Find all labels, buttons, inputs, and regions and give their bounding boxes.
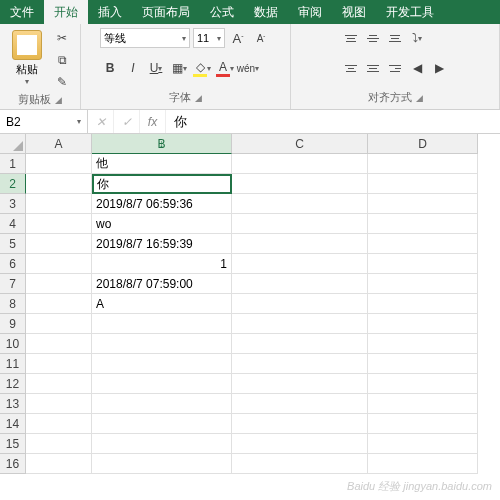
row-header-3[interactable]: 3 <box>0 194 26 214</box>
underline-button[interactable]: U▾ <box>146 58 166 78</box>
cell-C10[interactable] <box>232 334 368 354</box>
row-header-2[interactable]: 2 <box>0 174 26 194</box>
cell-D11[interactable] <box>368 354 478 374</box>
row-header-15[interactable]: 15 <box>0 434 26 454</box>
row-header-10[interactable]: 10 <box>0 334 26 354</box>
cell-B11[interactable] <box>92 354 232 374</box>
cell-A6[interactable] <box>26 254 92 274</box>
format-painter-button[interactable]: ✎ <box>52 72 72 92</box>
column-header-D[interactable]: D <box>368 134 478 154</box>
align-bottom-button[interactable] <box>385 28 405 48</box>
tab-home[interactable]: 开始 <box>44 0 88 24</box>
row-header-8[interactable]: 8 <box>0 294 26 314</box>
cell-B8[interactable]: A <box>92 294 232 314</box>
bold-button[interactable]: B <box>100 58 120 78</box>
cell-D12[interactable] <box>368 374 478 394</box>
cell-A16[interactable] <box>26 454 92 474</box>
cell-D13[interactable] <box>368 394 478 414</box>
phonetic-button[interactable]: wén▾ <box>238 58 258 78</box>
tab-insert[interactable]: 插入 <box>88 0 132 24</box>
cell-B14[interactable] <box>92 414 232 434</box>
cut-button[interactable]: ✂ <box>52 28 72 48</box>
cell-A10[interactable] <box>26 334 92 354</box>
align-center-button[interactable] <box>363 58 383 78</box>
cell-D16[interactable] <box>368 454 478 474</box>
borders-button[interactable]: ▦▾ <box>169 58 189 78</box>
cell-C6[interactable] <box>232 254 368 274</box>
cell-D6[interactable] <box>368 254 478 274</box>
align-top-button[interactable] <box>341 28 361 48</box>
cell-D15[interactable] <box>368 434 478 454</box>
cell-A15[interactable] <box>26 434 92 454</box>
select-all-corner[interactable] <box>0 134 26 154</box>
column-header-B[interactable]: B↓ <box>92 134 232 154</box>
cell-B6[interactable]: 1 <box>92 254 232 274</box>
cell-B5[interactable]: 2019/8/7 16:59:39 <box>92 234 232 254</box>
cell-B1[interactable]: 他 <box>92 154 232 174</box>
tab-review[interactable]: 审阅 <box>288 0 332 24</box>
tab-view[interactable]: 视图 <box>332 0 376 24</box>
fx-icon[interactable]: fx <box>140 110 166 133</box>
cell-A2[interactable] <box>26 174 92 194</box>
cell-B9[interactable] <box>92 314 232 334</box>
cell-C2[interactable] <box>232 174 368 194</box>
column-header-A[interactable]: A <box>26 134 92 154</box>
cell-A8[interactable] <box>26 294 92 314</box>
cell-D8[interactable] <box>368 294 478 314</box>
cell-A12[interactable] <box>26 374 92 394</box>
align-right-button[interactable] <box>385 58 405 78</box>
cell-C7[interactable] <box>232 274 368 294</box>
cell-A1[interactable] <box>26 154 92 174</box>
cell-B2[interactable]: 你 <box>92 174 232 194</box>
cell-C16[interactable] <box>232 454 368 474</box>
cell-B13[interactable] <box>92 394 232 414</box>
row-header-11[interactable]: 11 <box>0 354 26 374</box>
tab-developer[interactable]: 开发工具 <box>376 0 444 24</box>
cell-D1[interactable] <box>368 154 478 174</box>
tab-formulas[interactable]: 公式 <box>200 0 244 24</box>
row-header-6[interactable]: 6 <box>0 254 26 274</box>
row-header-16[interactable]: 16 <box>0 454 26 474</box>
dialog-launcher-icon[interactable]: ◢ <box>416 93 423 103</box>
column-header-C[interactable]: C <box>232 134 368 154</box>
align-left-button[interactable] <box>341 58 361 78</box>
name-box[interactable]: B2▾ <box>0 110 88 133</box>
cell-B15[interactable] <box>92 434 232 454</box>
row-header-1[interactable]: 1 <box>0 154 26 174</box>
cell-grid[interactable]: 他你2019/8/7 06:59:36wo2019/8/7 16:59:3912… <box>26 154 478 474</box>
formula-input[interactable]: 你 <box>166 110 500 133</box>
cell-A5[interactable] <box>26 234 92 254</box>
cell-C11[interactable] <box>232 354 368 374</box>
cell-C4[interactable] <box>232 214 368 234</box>
cell-C8[interactable] <box>232 294 368 314</box>
cell-C12[interactable] <box>232 374 368 394</box>
cell-A13[interactable] <box>26 394 92 414</box>
cell-C3[interactable] <box>232 194 368 214</box>
cell-D4[interactable] <box>368 214 478 234</box>
orientation-button[interactable]: ⤵▾ <box>407 28 427 48</box>
row-header-12[interactable]: 12 <box>0 374 26 394</box>
row-header-13[interactable]: 13 <box>0 394 26 414</box>
cell-B4[interactable]: wo <box>92 214 232 234</box>
fill-color-button[interactable]: ◇▾ <box>192 58 212 78</box>
dialog-launcher-icon[interactable]: ◢ <box>55 95 62 105</box>
row-header-7[interactable]: 7 <box>0 274 26 294</box>
copy-button[interactable]: ⧉ <box>52 50 72 70</box>
cell-D14[interactable] <box>368 414 478 434</box>
formula-enter-button[interactable]: ✓ <box>114 110 140 133</box>
cell-C15[interactable] <box>232 434 368 454</box>
cell-D5[interactable] <box>368 234 478 254</box>
cell-C13[interactable] <box>232 394 368 414</box>
cell-D9[interactable] <box>368 314 478 334</box>
row-header-9[interactable]: 9 <box>0 314 26 334</box>
cell-D7[interactable] <box>368 274 478 294</box>
cell-A11[interactable] <box>26 354 92 374</box>
cell-B3[interactable]: 2019/8/7 06:59:36 <box>92 194 232 214</box>
formula-cancel-button[interactable]: ✕ <box>88 110 114 133</box>
cell-A3[interactable] <box>26 194 92 214</box>
grow-font-button[interactable]: Aˆ <box>228 28 248 48</box>
cell-D2[interactable] <box>368 174 478 194</box>
cell-B10[interactable] <box>92 334 232 354</box>
cell-A7[interactable] <box>26 274 92 294</box>
paste-button[interactable]: 粘贴 ▾ <box>8 28 46 88</box>
